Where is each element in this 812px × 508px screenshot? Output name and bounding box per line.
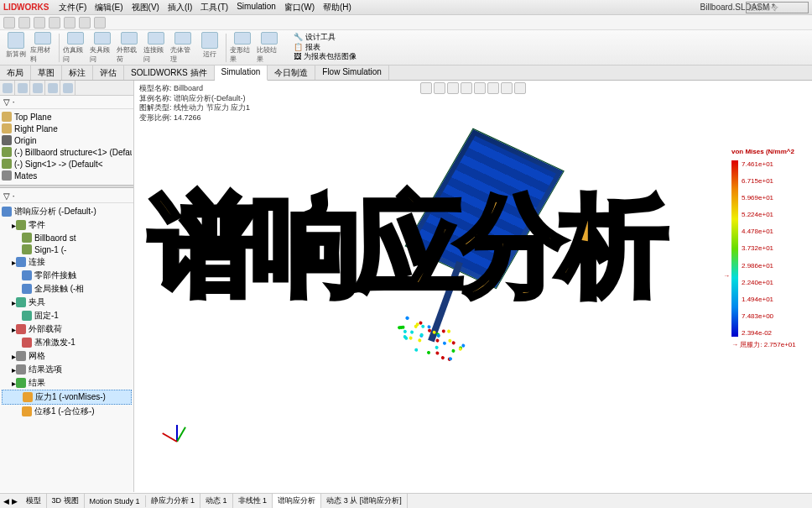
ribbon-button[interactable]: 比较结果 (257, 32, 282, 64)
filter-row[interactable]: ▽ · (0, 96, 133, 109)
bottom-tab[interactable]: Motion Study 1 (85, 495, 146, 507)
command-tab[interactable]: 草图 (31, 65, 62, 80)
study-filter[interactable]: ▽ · (0, 190, 133, 203)
menu-item[interactable]: 工具(T) (197, 1, 232, 14)
ribbon-button[interactable]: 运行 (197, 32, 222, 64)
command-tab[interactable]: 布局 (0, 65, 31, 80)
command-tab[interactable]: Flow Simulation (315, 65, 389, 80)
rebuild-icon[interactable] (79, 17, 91, 29)
tab-dim[interactable] (45, 81, 60, 96)
bottom-tab[interactable]: 非线性 1 (233, 494, 273, 508)
study-child[interactable]: 基准激发-1 (2, 336, 132, 349)
section-icon[interactable] (461, 82, 472, 94)
tree-item[interactable]: Origin (2, 134, 132, 146)
ribbon-button[interactable]: 新算例 (3, 32, 29, 64)
zoom-fit-icon[interactable] (420, 82, 432, 94)
study-child[interactable]: 位移1 (-合位移-) (2, 405, 132, 418)
scene-icon[interactable] (501, 82, 513, 94)
load-icon (22, 338, 32, 348)
study-item[interactable]: ▸网格 (2, 349, 132, 363)
ribbon-button[interactable]: 连接顾问 (143, 32, 169, 64)
prev-view-icon[interactable] (447, 82, 459, 94)
study-item[interactable]: ▸结果选项 (2, 363, 132, 376)
legend-value: 5.224e+01 (742, 211, 773, 218)
ribbon-icon (148, 32, 164, 45)
report[interactable]: 📋 报表 (294, 43, 357, 53)
study-icon (22, 284, 32, 294)
coordinate-triad[interactable] (159, 425, 193, 458)
command-tab[interactable]: Simulation (215, 65, 268, 81)
ribbon-label: 夹具顾问 (90, 45, 115, 64)
hide-show-icon[interactable] (487, 82, 499, 94)
tree-item[interactable]: Right Plane (2, 123, 132, 134)
study-item[interactable]: ▸结果 (2, 376, 132, 390)
ribbon-button[interactable]: 变形结果 (230, 32, 255, 64)
main-area: ▽ · Top PlaneRight PlaneOrigin(-) Billba… (0, 81, 812, 492)
color-legend[interactable]: von Mises (N/mm^2 7.461e+016.715e+015.96… (731, 148, 807, 349)
tab-display[interactable] (60, 81, 75, 96)
study-root[interactable]: 谱响应分析 (-Default-) (2, 205, 132, 218)
command-tab[interactable]: 标注 (62, 65, 93, 80)
bottom-tab[interactable]: 模型 (21, 494, 47, 508)
zoom-area-icon[interactable] (434, 82, 445, 94)
tree-item[interactable]: Mates (2, 170, 132, 181)
display-style-icon[interactable] (474, 82, 486, 94)
fix-icon (16, 297, 26, 307)
bottom-tab[interactable]: 静应力分析 1 (146, 494, 201, 508)
menu-item[interactable]: 帮助(H) (320, 1, 355, 14)
search-input[interactable]: 搜索命令 (746, 2, 809, 13)
tab-property[interactable] (15, 81, 30, 96)
tree-item[interactable]: (-) Sign<1> -> (Default< (2, 158, 132, 170)
ribbon-icon (121, 32, 138, 45)
study-item[interactable]: ▸连接 (2, 255, 132, 269)
legend-value: 7.461e+01 (742, 160, 773, 168)
bottom-tab[interactable]: 谱响应分析 (273, 494, 321, 508)
menu-item[interactable]: 窗口(W) (281, 1, 318, 14)
command-tab[interactable]: 今日制造 (268, 65, 315, 80)
view-orient-icon[interactable] (514, 82, 526, 94)
tab-config[interactable] (30, 81, 45, 96)
include-image[interactable]: 🖼 为报表包括图像 (294, 52, 357, 62)
study-child[interactable]: 应力1 (-vonMises-) (2, 390, 132, 405)
graphics-viewport[interactable]: 模型名称: Billboard算例名称: 谱响应分析(-Default-)图解类… (134, 81, 812, 492)
menu-item[interactable]: 视图(V) (128, 1, 163, 14)
study-child[interactable]: Billbaord st (2, 232, 132, 244)
menu-item[interactable]: Simulation (233, 1, 279, 14)
ribbon-button[interactable]: 壳体管理 (170, 32, 195, 64)
bottom-tab[interactable]: 动态 3 从 [谱响应分析] (321, 494, 408, 508)
billboard-mesh (404, 128, 564, 290)
ribbon-button[interactable]: 仿真顾问 (63, 32, 88, 64)
study-child[interactable]: Sign-1 (- (2, 244, 132, 255)
mesh-icon (16, 351, 26, 361)
study-item[interactable]: ▸夹具 (2, 296, 132, 309)
ribbon-button[interactable]: 应用材料 (30, 32, 55, 64)
command-tab[interactable]: 评估 (93, 65, 124, 80)
ribbon-label: 运行 (203, 50, 216, 59)
new-icon[interactable] (3, 17, 15, 29)
study-item[interactable]: ▸零件 (2, 218, 132, 232)
ribbon-button[interactable]: 外部载荷 (117, 32, 142, 64)
tree-splitter[interactable] (0, 185, 133, 188)
tab-feature-tree[interactable] (0, 81, 15, 96)
command-tab[interactable]: SOLIDWORKS 插件 (124, 65, 215, 80)
menu-item[interactable]: 编辑(E) (91, 1, 126, 14)
menu-item[interactable]: 插入(I) (164, 1, 195, 14)
bottom-tab[interactable]: 3D 视图 (47, 494, 85, 508)
ribbon-icon (94, 32, 111, 45)
open-icon[interactable] (18, 17, 30, 29)
study-child[interactable]: 固定-1 (2, 309, 132, 322)
print-icon[interactable] (49, 17, 60, 29)
options-icon[interactable] (94, 17, 106, 29)
study-child[interactable]: 零部件接触 (2, 269, 132, 282)
study-child[interactable]: 全局接触 (-相 (2, 282, 132, 296)
feature-manager: ▽ · Top PlaneRight PlaneOrigin(-) Billba… (0, 81, 134, 492)
save-icon[interactable] (34, 17, 45, 29)
study-item[interactable]: ▸外部载荷 (2, 322, 132, 336)
menu-item[interactable]: 文件(F) (55, 1, 90, 14)
undo-icon[interactable] (64, 17, 75, 29)
tree-item[interactable]: Top Plane (2, 111, 132, 123)
tree-item[interactable]: (-) Billbaord structure<1> (Defau (2, 146, 132, 158)
design-tools[interactable]: 🔧 设计工具 (294, 33, 357, 43)
bottom-tab[interactable]: 动态 1 (200, 494, 233, 508)
ribbon-button[interactable]: 夹具顾问 (90, 32, 115, 64)
